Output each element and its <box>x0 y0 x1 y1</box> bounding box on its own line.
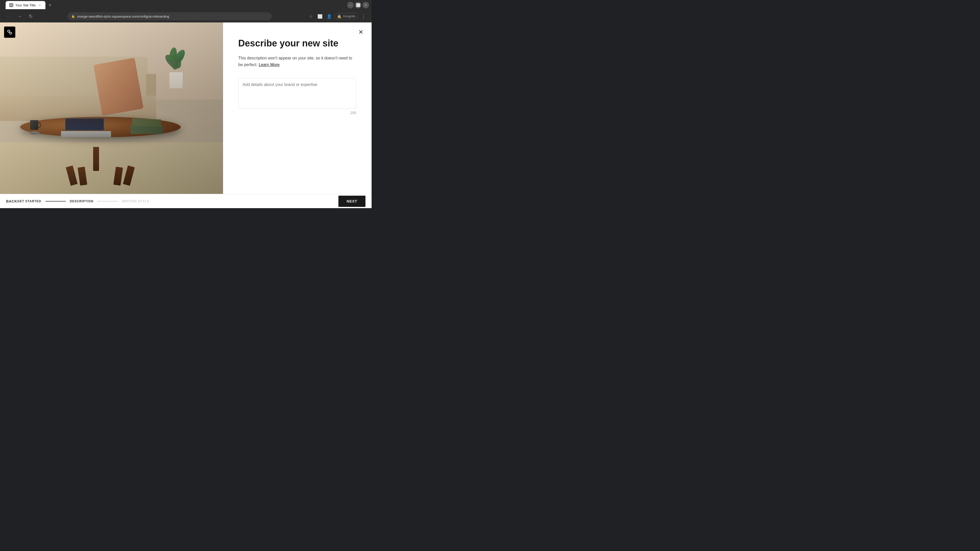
books <box>130 119 163 134</box>
laptop <box>61 118 111 137</box>
next-button[interactable]: NEXT <box>339 196 366 207</box>
incognito-label: Incognito <box>343 14 355 18</box>
right-panel: ✕ Describe your new site This descriptio… <box>223 22 372 194</box>
browser-back-btn[interactable]: ← <box>4 12 12 21</box>
browser-toolbar: ← → ↻ 🔒 orange-swordfish-rpzm.squarespac… <box>0 10 372 22</box>
bottom-navigation: BACK GET STARTED DESCRIPTION WRITING STY… <box>0 194 372 208</box>
window-maximize-btn[interactable]: ⬜ <box>355 2 361 8</box>
throw-blanket <box>94 58 143 116</box>
tab-bar: Your Site Title × + ─ ⬜ ✕ <box>0 0 372 10</box>
plant-leaves <box>165 46 187 74</box>
table-legs <box>65 137 136 185</box>
incognito-badge: 🕵 Incognito <box>334 13 358 20</box>
tab-favicon <box>9 3 13 7</box>
window-close-btn[interactable]: ✕ <box>363 2 369 8</box>
logo-mark <box>4 27 15 38</box>
extension-btn[interactable]: ⬜ <box>316 12 324 21</box>
browser-reload-btn[interactable]: ↻ <box>27 12 35 21</box>
close-icon: ✕ <box>358 29 363 36</box>
back-button[interactable]: BACK <box>6 199 17 203</box>
incognito-icon: 🕵 <box>337 14 342 18</box>
description-text: This description won't appear on your si… <box>239 56 352 67</box>
url-text: orange-swordfish-rpzm.squarespace.com/co… <box>77 14 268 18</box>
svg-rect-2 <box>11 4 12 5</box>
close-panel-btn[interactable]: ✕ <box>356 27 366 37</box>
bookmark-btn[interactable]: ☆ <box>307 12 315 21</box>
plant-pot <box>169 72 183 88</box>
site-description-input[interactable] <box>239 78 356 109</box>
profile-btn[interactable]: 👤 <box>325 12 333 21</box>
svg-rect-3 <box>10 5 11 6</box>
step-get-started: GET STARTED <box>17 200 41 203</box>
browser-chrome: Your Site Title × + ─ ⬜ ✕ ← → ↻ 🔒 orange… <box>0 0 372 22</box>
svg-rect-5 <box>6 29 13 36</box>
step-divider-1 <box>45 201 66 202</box>
svg-rect-0 <box>10 3 13 6</box>
panel-title: Describe your new site <box>239 38 356 49</box>
squarespace-logo <box>4 27 15 38</box>
step-description: DESCRIPTION <box>70 200 94 203</box>
toolbar-icons: ☆ ⬜ 👤 🕵 Incognito ⋮ <box>307 12 368 21</box>
step-writing-style: WRITING STYLE <box>122 200 149 203</box>
panel-description: This description won't appear on your si… <box>239 55 356 68</box>
main-content: ✕ Describe your new site This descriptio… <box>0 22 372 194</box>
hero-image-panel <box>0 22 223 194</box>
plant <box>163 48 189 88</box>
address-bar[interactable]: 🔒 orange-swordfish-rpzm.squarespace.com/… <box>68 12 272 21</box>
room-scene <box>0 22 223 194</box>
svg-rect-1 <box>10 4 11 5</box>
tab-title: Your Site Title <box>15 3 36 7</box>
lock-icon: 🔒 <box>71 14 75 18</box>
browser-more-btn[interactable]: ⋮ <box>360 12 368 21</box>
char-count: 200 <box>239 111 356 115</box>
new-tab-button[interactable]: + <box>46 2 54 9</box>
coffee-table <box>11 117 189 186</box>
window-minimize-btn[interactable]: ─ <box>347 2 354 8</box>
learn-more-link[interactable]: Learn More <box>259 62 280 67</box>
progress-steps: GET STARTED DESCRIPTION WRITING STYLE <box>17 200 149 203</box>
coffee-cup <box>29 120 41 135</box>
step-divider-2 <box>97 201 118 202</box>
svg-rect-4 <box>11 5 12 6</box>
tab-close-btn[interactable]: × <box>38 3 42 7</box>
browser-forward-btn[interactable]: → <box>15 12 24 21</box>
active-tab[interactable]: Your Site Title × <box>6 1 45 9</box>
